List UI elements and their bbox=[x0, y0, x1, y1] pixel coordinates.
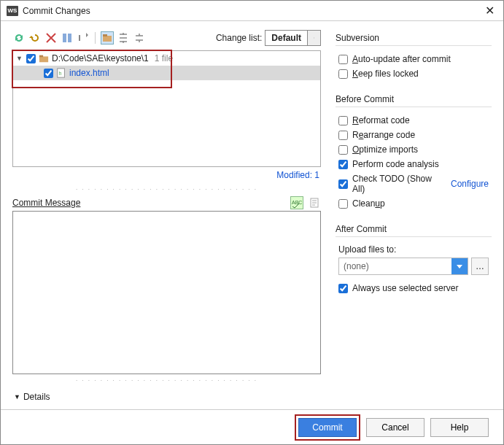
root-path: D:\Code\SAE\keystone\1 bbox=[52, 53, 149, 63]
upload-more-button[interactable]: … bbox=[471, 258, 489, 275]
keep-locked-checkbox[interactable] bbox=[338, 69, 348, 79]
html-file-icon: h bbox=[56, 68, 66, 78]
group-by-icon[interactable] bbox=[101, 31, 114, 44]
file-checkbox[interactable] bbox=[44, 69, 53, 78]
toolbar: Change list: Default bbox=[12, 30, 321, 46]
collapse-all-icon[interactable] bbox=[133, 31, 146, 44]
file-name: index.html bbox=[69, 68, 109, 78]
revert-icon[interactable] bbox=[28, 31, 42, 44]
todo-checkbox[interactable] bbox=[338, 179, 348, 189]
optimize-checkbox[interactable] bbox=[338, 145, 348, 155]
before-commit-section-title: Before Commit bbox=[336, 94, 492, 107]
diff-icon[interactable] bbox=[61, 31, 74, 44]
svg-rect-5 bbox=[39, 56, 48, 62]
spellcheck-icon[interactable]: ABC bbox=[290, 196, 303, 209]
upload-select[interactable]: (none) bbox=[338, 258, 468, 275]
svg-rect-2 bbox=[103, 36, 112, 42]
always-use-label: Always use selected server bbox=[352, 283, 458, 293]
subversion-section-title: Subversion bbox=[336, 33, 492, 46]
auto-update-label: Auto-update after commit bbox=[352, 54, 451, 64]
svg-rect-3 bbox=[103, 34, 107, 36]
chevron-right-icon: ▼ bbox=[14, 393, 20, 400]
always-use-checkbox[interactable] bbox=[338, 284, 348, 293]
upload-value: (none) bbox=[339, 261, 451, 271]
svg-rect-1 bbox=[68, 34, 71, 42]
details-toggle[interactable]: ▼ Details bbox=[12, 387, 321, 406]
svg-text:ABC: ABC bbox=[292, 200, 302, 205]
after-commit-section-title: After Commit bbox=[336, 224, 492, 237]
window-title: Commit Changes bbox=[23, 6, 90, 16]
changelist-value: Default bbox=[265, 33, 307, 43]
commit-message-label: CCommit Messageommit Message bbox=[12, 198, 80, 208]
changelist-combo[interactable]: Default bbox=[265, 30, 321, 46]
refresh-icon[interactable] bbox=[12, 31, 26, 44]
svg-text:h: h bbox=[59, 71, 62, 76]
configure-link[interactable]: Configure bbox=[451, 179, 489, 189]
analysis-checkbox[interactable] bbox=[338, 160, 348, 169]
details-label: Details bbox=[23, 392, 50, 402]
svg-rect-0 bbox=[63, 34, 66, 42]
help-button[interactable]: Help bbox=[430, 418, 489, 437]
svg-marker-11 bbox=[457, 265, 462, 268]
auto-update-checkbox[interactable] bbox=[338, 55, 348, 64]
todo-label: Check TODO (Show All) bbox=[352, 174, 443, 194]
keep-locked-label: Keep files locked bbox=[352, 69, 419, 79]
modified-count: Modified: 1 bbox=[12, 167, 321, 183]
root-info: 1 file bbox=[155, 53, 173, 63]
folder-icon bbox=[39, 53, 49, 63]
changelist-label: Change list: bbox=[216, 33, 262, 43]
history-icon[interactable] bbox=[308, 196, 321, 209]
chevron-down-icon[interactable] bbox=[307, 31, 320, 45]
cleanup-checkbox[interactable] bbox=[338, 199, 348, 209]
file-tree[interactable]: ▼ D:\Code\SAE\keystone\1 1 file h index.… bbox=[12, 50, 321, 167]
chevron-down-icon[interactable] bbox=[451, 258, 468, 274]
rearrange-label: Rearrange code bbox=[352, 130, 415, 140]
app-icon: WS bbox=[7, 6, 18, 16]
commit-button[interactable]: Commit bbox=[298, 418, 357, 437]
delete-icon[interactable] bbox=[44, 31, 58, 44]
svg-rect-6 bbox=[39, 55, 43, 58]
cleanup-label: Cleanup bbox=[352, 198, 385, 209]
root-checkbox[interactable] bbox=[26, 54, 36, 63]
rearrange-checkbox[interactable] bbox=[338, 131, 348, 140]
expander-icon[interactable]: ▼ bbox=[16, 55, 23, 62]
reformat-label: Reformat code bbox=[352, 115, 410, 125]
svg-marker-4 bbox=[314, 38, 314, 39]
analysis-label: Perform code analysis bbox=[352, 159, 439, 169]
move-icon[interactable] bbox=[77, 31, 90, 44]
upload-label: Upload files to: bbox=[336, 243, 492, 258]
commit-message-input[interactable] bbox=[12, 211, 321, 374]
cancel-button[interactable]: Cancel bbox=[366, 418, 424, 437]
optimize-label: Optimize imports bbox=[352, 144, 418, 155]
close-icon[interactable]: ✕ bbox=[482, 4, 497, 18]
expand-all-icon[interactable] bbox=[117, 31, 130, 44]
reformat-checkbox[interactable] bbox=[338, 116, 348, 125]
